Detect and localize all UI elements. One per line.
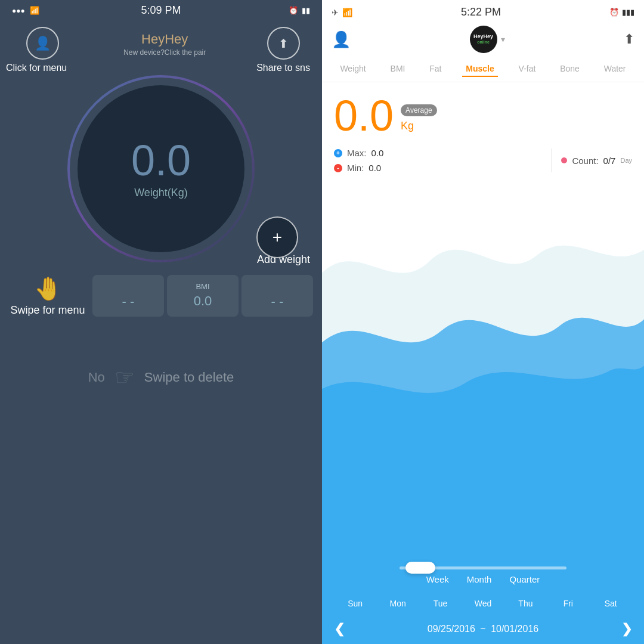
swipe-stats-row: 🤚 Swipe for menu - - BMI 0.0 - - xyxy=(0,266,322,317)
slider-track[interactable] xyxy=(400,566,566,569)
right-status-bar: ✈ 📶 5:22 PM ⏰ ▮▮▮ xyxy=(322,0,644,22)
min-dot: - xyxy=(334,164,342,172)
day-tue: Tue xyxy=(419,599,462,608)
user-icon: 👤 xyxy=(35,36,51,51)
min-value: 0.0 xyxy=(369,163,381,173)
no-text: No xyxy=(88,370,105,385)
share-button-right[interactable]: ⬆ xyxy=(624,32,634,47)
date-nav: ❮ 09/25/2016 ~ 10/01/2016 ❯ xyxy=(322,614,644,644)
count-dot xyxy=(561,157,567,163)
logo-section: HeyHey online ▾ xyxy=(470,26,505,53)
tab-water[interactable]: Water xyxy=(600,61,630,77)
max-stat: + Max: 0.0 xyxy=(334,148,543,158)
tab-fat[interactable]: Fat xyxy=(426,61,445,77)
min-stat: - Min: 0.0 xyxy=(334,163,543,173)
period-week[interactable]: Week xyxy=(426,574,449,584)
stat-value-1: 0.0 xyxy=(172,293,234,309)
stat-label-0 xyxy=(97,282,159,292)
swipe-delete-label: Swipe to delete xyxy=(144,370,234,385)
average-badge: Average xyxy=(401,104,436,116)
period-month[interactable]: Month xyxy=(467,574,492,584)
stat-label-2 xyxy=(246,282,308,292)
next-button[interactable]: ❯ xyxy=(621,621,632,637)
gauge-inner: 0.0 Weight(Kg) xyxy=(78,85,244,252)
metric-right: Average Kg xyxy=(401,104,436,137)
timeline-section: Week Month Quarter xyxy=(322,566,644,584)
alarm-icon: ⏰ xyxy=(289,6,298,15)
tab-muscle[interactable]: Muscle xyxy=(462,61,497,77)
count-stat: Count: 0/7 Day xyxy=(561,156,632,166)
stat-box-1: BMI 0.0 xyxy=(167,275,239,317)
day-wed: Wed xyxy=(462,599,504,608)
metric-unit: Kg xyxy=(401,120,414,132)
prev-button[interactable]: ❮ xyxy=(334,621,345,637)
left-status-bar: ●●● 📶 5:09 PM ⏰ ▮▮ xyxy=(0,0,322,21)
weight-label: Weight(Kg) xyxy=(134,187,188,199)
add-weight-button[interactable]: + xyxy=(256,216,298,258)
stat-value-2: - - xyxy=(246,294,308,309)
wave-chart: Week Month Quarter Sun Mon Tue Wed Thu F… xyxy=(322,180,644,644)
period-labels: Week Month Quarter xyxy=(426,574,540,584)
stats-divider xyxy=(552,148,552,172)
share-icon: ⬆ xyxy=(278,36,289,51)
swipe-delete-icon: ☞ xyxy=(114,364,135,391)
day-thu: Thu xyxy=(504,599,547,608)
swipe-icon: 🤚 xyxy=(34,275,62,302)
day-sun: Sun xyxy=(334,599,376,608)
period-quarter[interactable]: Quarter xyxy=(509,574,540,584)
share-button[interactable]: ⬆ xyxy=(267,27,300,60)
left-status-icons: ●●● 📶 xyxy=(12,6,39,15)
max-label: Max: xyxy=(347,148,367,158)
heyhey-logo: HeyHey online xyxy=(470,26,497,53)
stat-label-1: BMI xyxy=(172,282,234,291)
right-user-icon[interactable]: 👤 xyxy=(332,30,351,49)
right-header: 👤 HeyHey online ▾ ⬆ xyxy=(322,22,644,59)
signal-icon: ●●● xyxy=(12,7,25,15)
right-stats-row: + Max: 0.0 - Min: 0.0 Count: 0/7 Day xyxy=(322,143,644,180)
swipe-label: Swipe for menu xyxy=(10,304,85,317)
count-label: Count: xyxy=(572,156,598,166)
date-range: 09/25/2016 ~ 10/01/2016 xyxy=(428,624,538,634)
pair-hint: New device?Click the pair xyxy=(123,48,206,57)
right-alarm-icon: ⏰ xyxy=(609,8,619,17)
gauge-container: 0.0 Weight(Kg) + xyxy=(0,85,322,252)
click-menu-label: Click for menu xyxy=(6,63,67,73)
muscle-value: 0.0 xyxy=(334,94,394,137)
tab-bone[interactable]: Bone xyxy=(556,61,583,77)
right-time: 5:22 PM xyxy=(461,6,501,18)
right-panel: ✈ 📶 5:22 PM ⏰ ▮▮▮ 👤 HeyHey online ▾ ⬆ We… xyxy=(322,0,644,644)
count-value: 0/7 xyxy=(603,156,616,166)
user-menu-button[interactable]: 👤 xyxy=(26,27,59,60)
stat-box-2: - - xyxy=(242,275,313,317)
tabs-bar: Weight BMI Fat Muscle V-fat Bone Water xyxy=(322,59,644,82)
day-mon: Mon xyxy=(376,599,419,608)
weight-value: 0.0 xyxy=(131,139,191,182)
dropdown-icon[interactable]: ▾ xyxy=(501,35,505,44)
share-sns-label: Share to sns xyxy=(256,63,310,73)
wifi-icon: 📶 xyxy=(30,6,39,15)
max-dot: + xyxy=(334,149,342,157)
tab-vfat[interactable]: V-fat xyxy=(515,61,540,77)
share-section: ⬆ Share to sns xyxy=(256,27,310,70)
min-max-stats: + Max: 0.0 - Min: 0.0 xyxy=(334,148,543,173)
left-status-right: ⏰ ▮▮ xyxy=(289,6,310,15)
swipe-section: 🤚 Swipe for menu xyxy=(6,275,89,317)
slider-thumb[interactable] xyxy=(405,562,435,574)
stat-value-0: - - xyxy=(97,294,159,309)
right-status-right: ⏰ ▮▮▮ xyxy=(609,8,634,17)
airplane-icon: ✈ xyxy=(332,8,339,17)
day-labels-row: Sun Mon Tue Wed Thu Fri Sat xyxy=(322,593,644,614)
day-fri: Fri xyxy=(547,599,589,608)
left-panel: ●●● 📶 5:09 PM ⏰ ▮▮ 👤 Click for menu HeyH… xyxy=(0,0,322,644)
battery-icon: ▮▮ xyxy=(302,6,310,15)
max-value: 0.0 xyxy=(371,148,384,158)
tab-bmi[interactable]: BMI xyxy=(387,61,409,77)
left-time: 5:09 PM xyxy=(141,4,181,17)
tab-weight[interactable]: Weight xyxy=(336,61,369,77)
min-label: Min: xyxy=(347,163,364,173)
stats-row: - - BMI 0.0 - - xyxy=(89,275,316,317)
day-sat: Sat xyxy=(590,599,632,608)
right-status-left: ✈ 📶 xyxy=(332,8,352,17)
plus-icon: + xyxy=(273,229,282,246)
left-header: 👤 Click for menu HeyHey New device?Click… xyxy=(0,21,322,73)
